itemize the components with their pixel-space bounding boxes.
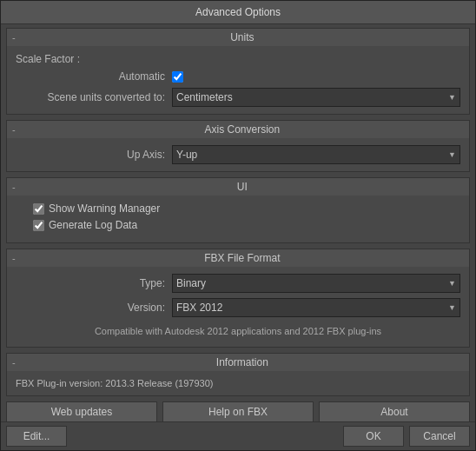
ok-button[interactable]: OK [343, 426, 404, 447]
advanced-options-dialog: Advanced Options - Units Scale Factor : … [0, 0, 476, 451]
ui-section-body: Show Warning Manager Generate Log Data [7, 196, 469, 242]
version-select[interactable]: FBX 2012 FBX 2011 FBX 2010 FBX 2009 [172, 298, 460, 317]
axis-section-header: - Axis Conversion [7, 121, 469, 138]
scale-factor-label: Scale Factor : [16, 53, 460, 65]
show-warning-label: Show Warning Manager [49, 202, 160, 215]
version-wrapper: FBX 2012 FBX 2011 FBX 2010 FBX 2009 [172, 298, 460, 317]
info-section-header: - Information [7, 354, 469, 371]
units-section-title: Units [21, 31, 464, 43]
units-section-body: Scale Factor : Automatic Scene units con… [7, 46, 469, 114]
type-wrapper: Binary ASCII [172, 274, 460, 293]
up-axis-wrapper: Y-up Z-up [172, 145, 460, 164]
ok-cancel-group: OK Cancel [343, 426, 470, 447]
ui-section-header: - UI [7, 178, 469, 196]
bottom-bar: Edit... OK Cancel [1, 421, 475, 450]
type-select[interactable]: Binary ASCII [172, 274, 460, 293]
axis-conversion-section: - Axis Conversion Up Axis: Y-up Z-up [6, 120, 470, 172]
units-section-header: - Units [7, 29, 469, 46]
fbx-section-body: Type: Binary ASCII Version: FBX 2012 FBX… [7, 267, 469, 347]
axis-section-title: Axis Conversion [21, 123, 464, 136]
generate-log-row: Generate Log Data [16, 219, 460, 231]
ui-collapse-icon[interactable]: - [12, 182, 16, 192]
type-row: Type: Binary ASCII [16, 274, 460, 293]
ui-section: - UI Show Warning Manager Generate Log D… [6, 177, 470, 243]
scene-units-wrapper: Centimeters Meters Kilometers Inches Fee… [172, 88, 460, 107]
dialog-content: - Units Scale Factor : Automatic Scene u… [1, 24, 475, 421]
up-axis-select[interactable]: Y-up Z-up [172, 145, 460, 164]
up-axis-row: Up Axis: Y-up Z-up [16, 145, 460, 164]
info-buttons-row: Web updates Help on FBX About [6, 401, 470, 421]
show-warning-row: Show Warning Manager [16, 202, 460, 215]
type-label: Type: [16, 277, 172, 289]
version-label: Version: [16, 302, 172, 314]
fbx-section-header: - FBX File Format [7, 249, 469, 267]
units-collapse-icon[interactable]: - [12, 32, 16, 43]
generate-log-checkbox[interactable] [33, 220, 44, 231]
version-row: Version: FBX 2012 FBX 2011 FBX 2010 FBX … [16, 298, 460, 317]
plugin-version-text: FBX Plug-in version: 2013.3 Release (197… [16, 378, 460, 388]
automatic-row: Automatic [16, 70, 460, 83]
dialog-title: Advanced Options [1, 1, 475, 24]
info-section-body: FBX Plug-in version: 2013.3 Release (197… [7, 371, 469, 395]
scene-units-row: Scene units converted to: Centimeters Me… [16, 88, 460, 107]
fbx-section-title: FBX File Format [21, 252, 464, 264]
help-on-fbx-button[interactable]: Help on FBX [162, 401, 314, 421]
compat-text: Compatible with Autodesk 2012 applicatio… [16, 322, 460, 340]
generate-log-label: Generate Log Data [49, 219, 137, 231]
automatic-checkbox[interactable] [172, 71, 183, 83]
fbx-collapse-icon[interactable]: - [12, 253, 16, 263]
scene-units-label: Scene units converted to: [16, 91, 172, 103]
web-updates-button[interactable]: Web updates [6, 401, 157, 421]
show-warning-checkbox[interactable] [33, 203, 44, 215]
ui-section-title: UI [21, 181, 464, 193]
fbx-file-format-section: - FBX File Format Type: Binary ASCII Ver… [6, 249, 470, 348]
cancel-button[interactable]: Cancel [409, 426, 470, 447]
about-button[interactable]: About [319, 401, 470, 421]
axis-section-body: Up Axis: Y-up Z-up [7, 138, 469, 171]
axis-collapse-icon[interactable]: - [12, 124, 16, 135]
info-collapse-icon[interactable]: - [12, 357, 16, 368]
units-section: - Units Scale Factor : Automatic Scene u… [6, 28, 470, 115]
information-section: - Information FBX Plug-in version: 2013.… [6, 353, 470, 396]
edit-button[interactable]: Edit... [6, 426, 67, 447]
up-axis-label: Up Axis: [16, 149, 172, 161]
info-section-title: Information [21, 356, 464, 368]
automatic-label: Automatic [16, 70, 172, 83]
scene-units-select[interactable]: Centimeters Meters Kilometers Inches Fee… [172, 88, 460, 107]
